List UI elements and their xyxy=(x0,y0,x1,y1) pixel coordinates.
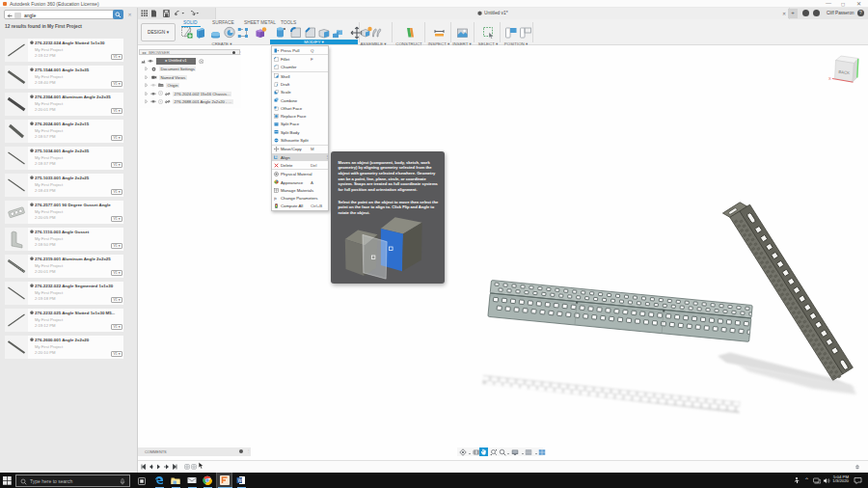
svg-text:fx: fx xyxy=(274,196,277,201)
svg-text:X: X xyxy=(828,76,831,81)
